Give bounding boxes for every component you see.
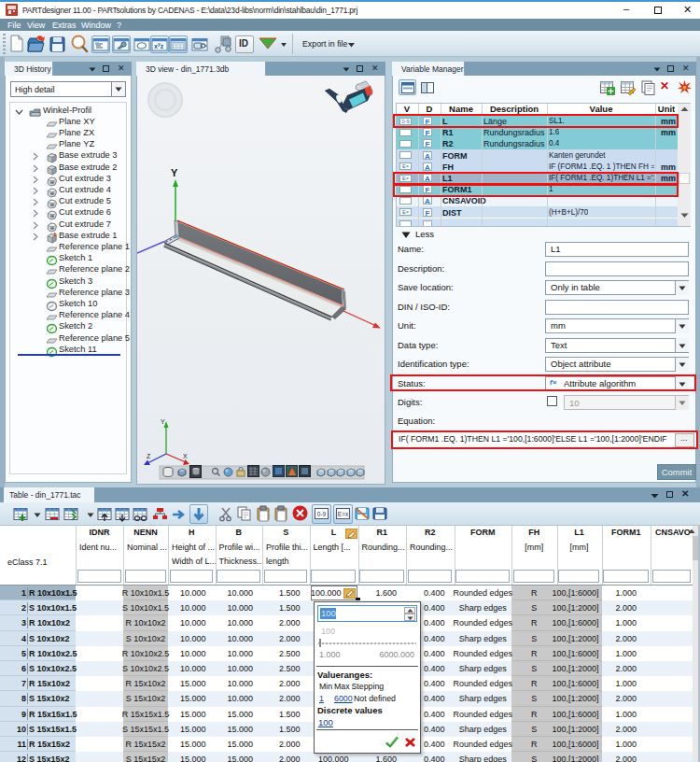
svg-text:Z: Z [147, 453, 151, 459]
svg-text:X: X [183, 453, 188, 459]
svg-text:Y: Y [161, 418, 165, 425]
svg-text:Y: Y [171, 167, 178, 178]
